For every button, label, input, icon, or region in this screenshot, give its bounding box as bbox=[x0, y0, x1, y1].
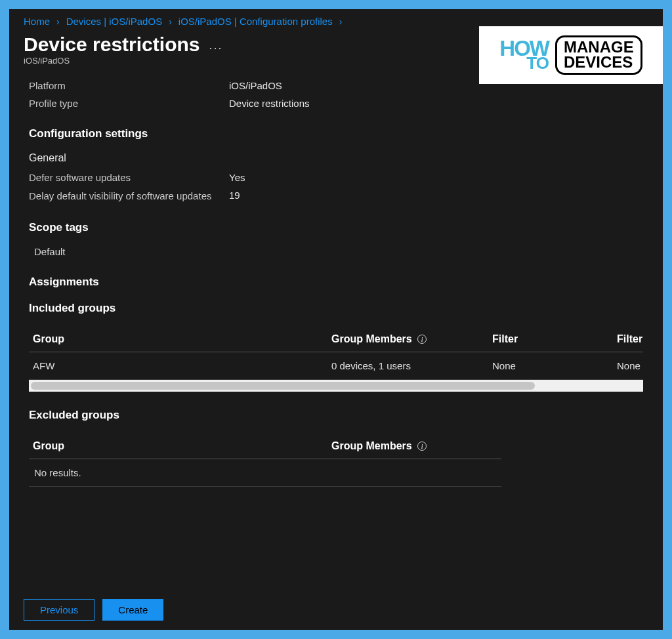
breadcrumb-devices[interactable]: Devices | iOS/iPadOS bbox=[66, 16, 162, 27]
breadcrumb-profiles[interactable]: iOS/iPadOS | Configuration profiles bbox=[178, 16, 333, 27]
col-header-filter: Filter bbox=[492, 333, 617, 345]
col-header-group: Group bbox=[33, 440, 331, 452]
info-icon[interactable]: i bbox=[417, 335, 427, 344]
logo-left: HOW TO bbox=[499, 41, 549, 70]
col-header-members-text: Group Members bbox=[331, 440, 412, 451]
cell-group: AFW bbox=[33, 360, 331, 371]
scope-tags-heading: Scope tags bbox=[29, 221, 643, 234]
chevron-icon: › bbox=[169, 16, 172, 27]
profiletype-row: Profile type Device restrictions bbox=[29, 98, 643, 109]
col-header-members: Group Members i bbox=[331, 333, 492, 345]
breadcrumb-home[interactable]: Home bbox=[24, 16, 50, 27]
table-header-row: Group Group Members i Filter Filter bbox=[29, 327, 643, 352]
previous-button[interactable]: Previous bbox=[24, 599, 94, 621]
no-results-row: No results. bbox=[29, 459, 501, 487]
breadcrumbs: Home › Devices | iOS/iPadOS › iOS/iPadOS… bbox=[9, 9, 663, 28]
col-header-members-text: Group Members bbox=[331, 333, 412, 344]
main-container: Home › Devices | iOS/iPadOS › iOS/iPadOS… bbox=[9, 9, 663, 630]
excluded-groups-table: Group Group Members i No results. bbox=[29, 434, 643, 487]
config-settings-heading: Configuration settings bbox=[29, 127, 643, 140]
logo-line2: DEVICES bbox=[564, 55, 634, 70]
logo-right: MANAGE DEVICES bbox=[555, 35, 642, 75]
more-actions-icon[interactable]: ··· bbox=[209, 41, 222, 55]
chevron-icon: › bbox=[339, 16, 343, 27]
platform-value: iOS/iPadOS bbox=[229, 80, 282, 91]
footer-actions: Previous Create bbox=[24, 599, 163, 621]
table-row[interactable]: AFW 0 devices, 1 users None None bbox=[29, 352, 643, 380]
content-area: Platform iOS/iPadOS Profile type Device … bbox=[9, 68, 663, 487]
included-groups-table: Group Group Members i Filter Filter AFW … bbox=[29, 327, 643, 392]
cell-filter: None bbox=[492, 360, 617, 371]
defer-updates-value: Yes bbox=[229, 172, 245, 183]
chevron-icon: › bbox=[56, 16, 60, 27]
general-heading: General bbox=[29, 152, 643, 164]
cell-filter2: None bbox=[617, 360, 643, 371]
profiletype-value: Device restrictions bbox=[229, 98, 310, 109]
delay-visibility-row: Delay default visibility of software upd… bbox=[29, 190, 643, 203]
delay-visibility-value: 19 bbox=[229, 190, 240, 203]
included-groups-heading: Included groups bbox=[29, 302, 643, 315]
col-header-group: Group bbox=[33, 333, 331, 345]
scrollbar-thumb[interactable] bbox=[31, 382, 535, 390]
table-header-row: Group Group Members i bbox=[29, 434, 501, 459]
cell-members: 0 devices, 1 users bbox=[331, 360, 492, 371]
platform-label: Platform bbox=[29, 80, 229, 91]
horizontal-scrollbar[interactable] bbox=[29, 380, 643, 392]
profiletype-label: Profile type bbox=[29, 98, 229, 109]
defer-updates-label: Defer software updates bbox=[29, 172, 229, 183]
page-title: Device restrictions bbox=[24, 33, 200, 56]
create-button[interactable]: Create bbox=[102, 599, 163, 621]
col-header-filter2: Filter bbox=[617, 333, 643, 345]
logo-overlay: HOW TO MANAGE DEVICES bbox=[479, 26, 663, 84]
assignments-heading: Assignments bbox=[29, 276, 643, 289]
excluded-groups-heading: Excluded groups bbox=[29, 409, 643, 422]
col-header-members: Group Members i bbox=[331, 440, 492, 452]
defer-updates-row: Defer software updates Yes bbox=[29, 172, 643, 183]
scope-tag-default: Default bbox=[29, 246, 643, 257]
delay-visibility-label: Delay default visibility of software upd… bbox=[29, 190, 229, 203]
info-icon[interactable]: i bbox=[417, 442, 427, 451]
